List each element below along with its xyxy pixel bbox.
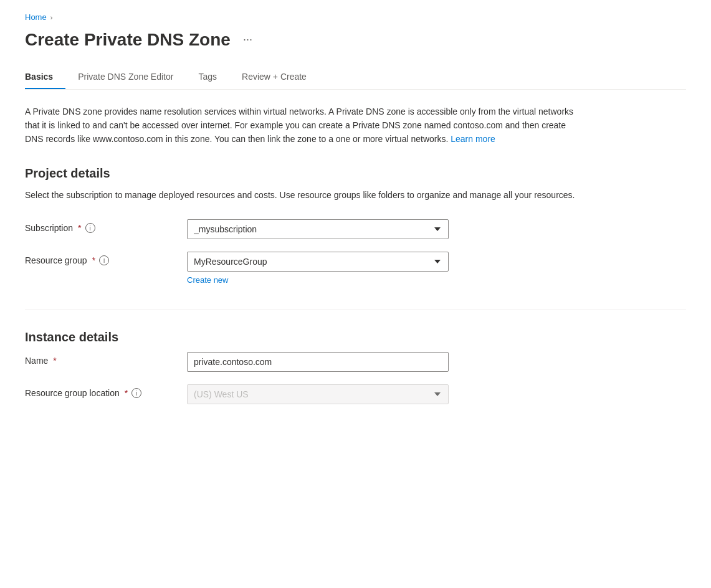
subscription-control-col: _mysubscription — [187, 219, 449, 239]
breadcrumb: Home › — [25, 12, 686, 22]
tabs-container: Basics Private DNS Zone Editor Tags Revi… — [25, 65, 686, 90]
name-input[interactable] — [187, 352, 449, 372]
learn-more-link[interactable]: Learn more — [451, 134, 495, 144]
name-required-star: * — [53, 356, 56, 366]
more-options-button[interactable]: ··· — [238, 31, 257, 49]
resource-group-control-col: MyResourceGroup Create new — [187, 252, 449, 285]
subscription-row: Subscription * i _mysubscription — [25, 219, 686, 239]
resource-group-required-star: * — [92, 255, 95, 265]
instance-details-section: Instance details Name * Resource group l… — [25, 330, 686, 404]
resource-group-dropdown[interactable]: MyResourceGroup — [187, 252, 449, 272]
name-label: Name — [25, 356, 48, 366]
name-label-col: Name * — [25, 352, 162, 366]
tab-review-create[interactable]: Review + Create — [229, 65, 319, 89]
resource-group-location-info-icon[interactable]: i — [131, 388, 141, 398]
resource-group-location-label-col: Resource group location * i — [25, 384, 162, 398]
resource-group-row: Resource group * i MyResourceGroup Creat… — [25, 252, 686, 285]
section-divider — [25, 310, 686, 310]
resource-group-location-required-star: * — [125, 388, 128, 398]
tab-private-dns-zone-editor[interactable]: Private DNS Zone Editor — [65, 65, 186, 89]
subscription-label-col: Subscription * i — [25, 219, 162, 233]
breadcrumb-home-link[interactable]: Home — [25, 12, 47, 22]
project-details-subtext: Select the subscription to manage deploy… — [25, 188, 586, 202]
name-control-col — [187, 352, 449, 372]
subscription-required-star: * — [78, 223, 81, 233]
description-block: A Private DNS zone provides name resolut… — [25, 105, 586, 146]
resource-group-location-row: Resource group location * i (US) West US — [25, 384, 686, 404]
project-details-section: Project details Select the subscription … — [25, 166, 686, 285]
name-row: Name * — [25, 352, 686, 372]
instance-details-heading: Instance details — [25, 330, 686, 344]
subscription-label: Subscription — [25, 223, 73, 233]
page-title: Create Private DNS Zone — [25, 29, 231, 50]
resource-group-location-control-col: (US) West US — [187, 384, 449, 404]
resource-group-location-label: Resource group location — [25, 388, 120, 398]
subscription-dropdown[interactable]: _mysubscription — [187, 219, 449, 239]
tab-tags[interactable]: Tags — [186, 65, 229, 89]
resource-group-label: Resource group — [25, 255, 87, 265]
page-container: Home › Create Private DNS Zone ··· Basic… — [0, 0, 711, 454]
resource-group-info-icon[interactable]: i — [99, 255, 109, 265]
create-new-resource-group-link[interactable]: Create new — [187, 275, 228, 285]
page-title-row: Create Private DNS Zone ··· — [25, 29, 686, 50]
resource-group-location-dropdown: (US) West US — [187, 384, 449, 404]
resource-group-label-col: Resource group * i — [25, 252, 162, 265]
subscription-info-icon[interactable]: i — [85, 223, 95, 233]
tab-basics[interactable]: Basics — [25, 65, 65, 89]
breadcrumb-separator: › — [50, 14, 53, 21]
project-details-heading: Project details — [25, 166, 686, 181]
